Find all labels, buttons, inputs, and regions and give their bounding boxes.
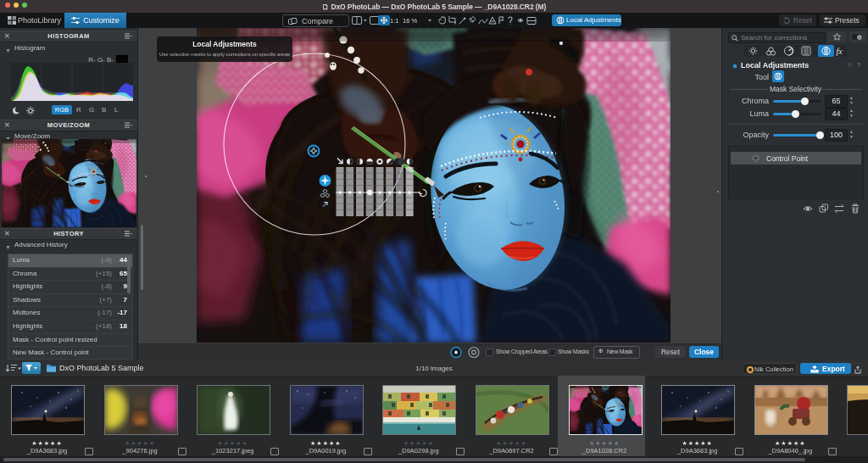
svg-text:fx: fx <box>836 47 843 56</box>
svg-text:1:1: 1:1 <box>390 17 398 25</box>
svg-text:16 %: 16 % <box>403 17 417 25</box>
